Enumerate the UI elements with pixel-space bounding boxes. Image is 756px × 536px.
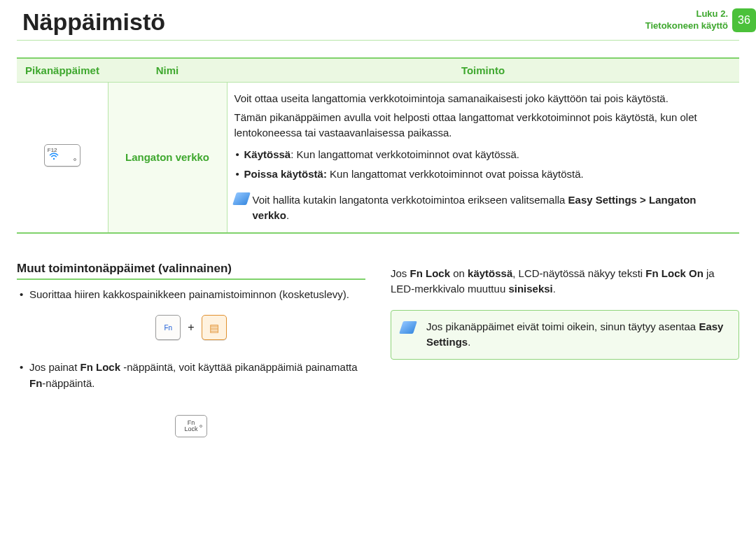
tip-pre: Voit hallita kutakin langatonta verkkoto… [253, 194, 568, 206]
func-off-label: Poissa käytöstä: [244, 168, 327, 180]
cell-key-icon: F12 [17, 83, 108, 233]
th-name: Nimi [108, 58, 227, 83]
cell-name: Langaton verkko [108, 83, 227, 233]
rp-m1: on [450, 267, 468, 279]
right-paragraph: Jos Fn Lock on käytössä, LCD-näytössä nä… [391, 266, 739, 297]
plus-symbol: + [188, 321, 194, 334]
func-tip: Voit hallita kutakin langatonta verkkoto… [234, 192, 733, 224]
li2-b1: Fn Lock [80, 361, 121, 373]
func-p1: Voit ottaa useita langattomia verkkotoim… [234, 91, 733, 107]
info-post: . [468, 336, 470, 348]
info-box: Jos pikanäppäimet eivät toimi oikein, si… [391, 310, 739, 360]
rp-b3: Fn Lock On [645, 267, 704, 279]
rp-b2: käytössä [468, 267, 512, 279]
func-on-text: : Kun langattomat verkkotoiminnot ovat k… [290, 148, 519, 160]
chapter-block: Luku 2. Tietokoneen käyttö 36 [645, 8, 756, 32]
key-combo: Fn + ▤ [17, 315, 365, 340]
func-p2: Tämän pikanäppäimen avulla voit helposti… [234, 110, 733, 141]
rp-post: . [553, 283, 556, 295]
cell-function: Voit ottaa useita langattomia verkkotoim… [227, 83, 739, 233]
lower-columns: Muut toimintonäppäimet (valinnainen) Suo… [0, 262, 756, 438]
func-bullet-off: Poissa käytöstä: Kun langattomat verkkot… [234, 167, 733, 183]
th-function: Toiminto [227, 58, 739, 83]
fn-lock-key-icon: Fn Lock [175, 415, 207, 437]
chapter-line-2: Tietokoneen käyttö [645, 20, 728, 31]
left-item-1: Suorittaa hiiren kakkospainikkeen painam… [17, 287, 365, 303]
li2-mid: -näppäintä, voit käyttää pikanäppäimiä p… [120, 361, 358, 373]
fn-key-label: Fn [164, 324, 172, 332]
page-number-badge: 36 [732, 8, 756, 32]
f12-key-icon: F12 [44, 144, 80, 167]
section-heading: Muut toimintonäppäimet (valinnainen) [17, 262, 365, 280]
page-header: Näppäimistö Luku 2. Tietokoneen käyttö 3… [0, 0, 756, 40]
th-shortcuts: Pikanäppäimet [17, 58, 108, 83]
func-on-label: Käytössä [244, 148, 291, 160]
header-divider [17, 40, 739, 41]
li2-b2: Fn [29, 377, 42, 389]
li2-post: -näppäintä. [42, 377, 94, 389]
chapter-line-1: Luku 2. [696, 8, 728, 19]
page-title: Näppäimistö [22, 8, 165, 36]
func-off-text: Kun langattomat verkkotoiminnot ovat poi… [327, 168, 584, 180]
menu-glyph-icon: ▤ [209, 323, 219, 333]
shortcut-table: Pikanäppäimet Nimi Toiminto F12 Langaton… [17, 57, 739, 234]
wifi-icon [49, 151, 59, 164]
func-tip-text: Voit hallita kutakin langatonta verkkoto… [253, 192, 733, 224]
rp-b1: Fn Lock [410, 267, 451, 279]
rp-b4: siniseksi [508, 283, 552, 295]
table-row: F12 Langaton verkko Voit ottaa useita la… [17, 83, 739, 233]
func-bullet-on: Käytössä: Kun langattomat verkkotoiminno… [234, 147, 733, 163]
tip-icon [399, 321, 417, 334]
column-right: Jos Fn Lock on käytössä, LCD-näytössä nä… [391, 262, 739, 438]
left-item-2: Jos painat Fn Lock -näppäintä, voit käyt… [17, 360, 365, 391]
info-text: Jos pikanäppäimet eivät toimi oikein, si… [426, 319, 729, 351]
context-menu-key-icon: ▤ [202, 315, 227, 340]
fn-lock-line2: Lock [184, 426, 197, 432]
chapter-text: Luku 2. Tietokoneen käyttö [645, 8, 728, 32]
rp-pre: Jos [391, 267, 410, 279]
led-dot-icon [200, 425, 202, 428]
rp-m2: , LCD-näytössä näkyy teksti [512, 267, 645, 279]
column-left: Muut toimintonäppäimet (valinnainen) Suo… [17, 262, 365, 438]
svg-point-0 [53, 157, 55, 159]
led-dot-icon [74, 158, 76, 161]
fn-key-icon: Fn [155, 315, 181, 340]
info-pre: Jos pikanäppäimet eivät toimi oikein, si… [426, 320, 699, 332]
tip-icon [232, 192, 251, 205]
tip-post: . [286, 209, 289, 221]
li2-pre: Jos painat [29, 361, 80, 373]
